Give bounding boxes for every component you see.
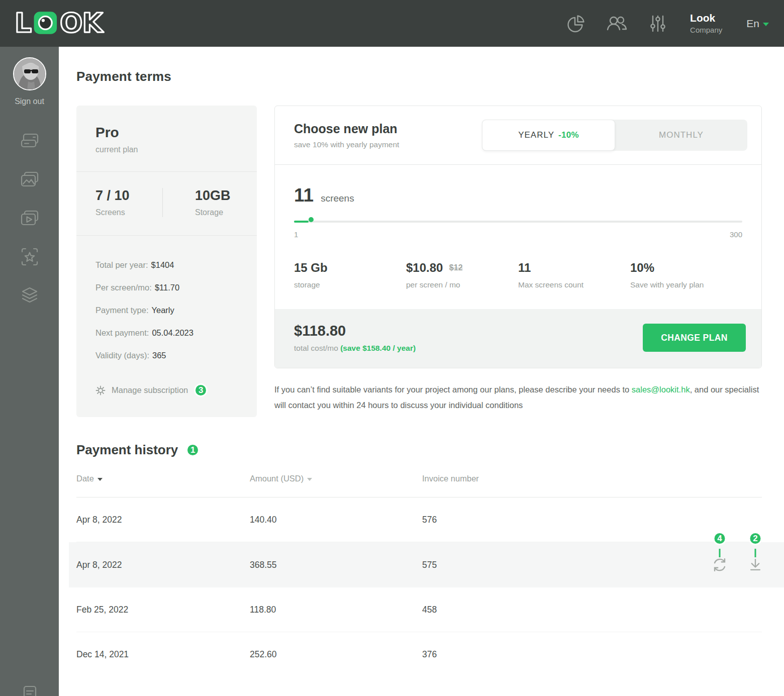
stat-yearly-save: 10% Save with yearly plan	[630, 261, 742, 290]
page-title: Payment terms	[76, 69, 762, 84]
annotation-line	[755, 549, 756, 557]
cell-invoice: 575	[422, 560, 437, 570]
svg-text:O: O	[60, 10, 82, 36]
plan-detail-row: Per screen/mo:$11.70	[95, 276, 238, 299]
detail-value: 05.04.2023	[152, 328, 193, 337]
chevron-down-icon	[763, 23, 769, 26]
stat-value: 15 Gb	[294, 261, 328, 274]
tab-yearly-discount: -10%	[558, 130, 579, 140]
look-logo-icon: L O K	[14, 10, 105, 36]
tab-yearly[interactable]: YEARLY -10%	[482, 120, 615, 151]
stat-value: 11	[518, 261, 531, 274]
slider-fill	[294, 221, 309, 223]
screens-usage-label: Screens	[95, 208, 162, 217]
table-row[interactable]: Dec 14, 2021 252.60 376	[76, 632, 762, 677]
slider-track[interactable]	[294, 221, 742, 223]
annotation-badge-3: 3	[194, 383, 208, 397]
sidebar-item-gallery[interactable]	[18, 168, 41, 191]
billing-period-tabs: YEARLY -10% MONTHLY	[482, 120, 747, 151]
sort-desc-icon	[97, 478, 103, 481]
tab-monthly[interactable]: MONTHLY	[615, 120, 747, 151]
cell-amount: 368.55	[250, 560, 422, 570]
note-text: If you can’t find suitable variants for …	[274, 385, 632, 394]
stat-label: Max screens count	[518, 279, 594, 290]
cell-amount: 140.40	[250, 515, 422, 525]
plan-detail-row: Total per year:$1404	[95, 254, 238, 276]
payment-history-title: Payment history	[76, 442, 178, 458]
storage-value: 10GB	[195, 188, 231, 204]
sidebar-item-playlists[interactable]	[18, 207, 41, 230]
detail-value: $11.70	[155, 283, 179, 292]
manage-subscription-label: Manage subscription	[112, 385, 188, 395]
team-icon[interactable]	[606, 13, 628, 35]
renew-invoice-action[interactable]: 4	[710, 555, 729, 574]
language-selector[interactable]: En	[746, 18, 769, 30]
storage-label: Storage	[195, 208, 231, 217]
download-invoice-action[interactable]: 2	[746, 555, 765, 574]
payment-history-table: Date Amount (USD) Invoice number Apr 8, …	[76, 474, 762, 677]
screens-count-label: screens	[321, 193, 354, 204]
stat-value: $10.80	[406, 261, 443, 274]
detail-value: Yearly	[151, 306, 174, 315]
sidebar-item-documents[interactable]	[18, 685, 41, 696]
stat-value: 10%	[630, 261, 654, 274]
table-header-row: Date Amount (USD) Invoice number	[76, 474, 762, 498]
change-plan-button[interactable]: CHANGE PLAN	[643, 324, 746, 352]
column-header-invoice: Invoice number	[422, 474, 762, 483]
screens-slider[interactable]	[294, 217, 742, 226]
choose-plan-subtitle: save 10% with yearly payment	[294, 140, 399, 149]
detail-label: Next payment:	[95, 328, 149, 337]
table-row-selected[interactable]: Apr 8, 2022 368.55 575 4 2	[69, 542, 784, 587]
plan-name-sub: current plan	[95, 145, 238, 154]
stat-per-screen: $10.80 $12 per screen / mo	[406, 261, 518, 290]
plan-detail-row: Validity (days):365	[95, 344, 238, 367]
screens-usage-value: 7 / 10	[95, 188, 162, 204]
app-logo[interactable]: L O K	[14, 10, 105, 38]
account-switcher[interactable]: Look Company	[690, 12, 722, 35]
download-icon	[747, 556, 764, 573]
tab-monthly-label: MONTHLY	[659, 130, 704, 140]
sidebar-item-featured[interactable]	[18, 245, 41, 268]
sign-out-link[interactable]: Sign out	[15, 97, 44, 106]
detail-value: $1404	[151, 260, 174, 269]
column-header-amount[interactable]: Amount (USD)	[250, 474, 422, 483]
stat-label: per screen / mo	[406, 279, 481, 290]
plan-name: Pro	[95, 125, 238, 141]
sidebar: Sign out	[0, 47, 59, 696]
cell-amount: 252.60	[250, 649, 422, 660]
column-header-date[interactable]: Date	[76, 474, 250, 483]
stat-max-screens: 11 Max screens count	[518, 261, 630, 290]
detail-label: Payment type:	[95, 306, 148, 315]
stat-storage: 15 Gb storage	[294, 261, 406, 290]
current-plan-card: Pro current plan 7 / 10 Screens 10GB Sto…	[76, 106, 257, 417]
gear-icon	[95, 385, 106, 395]
cell-invoice: 576	[422, 515, 762, 525]
svg-text:L: L	[15, 10, 32, 36]
sliders-icon[interactable]	[647, 13, 669, 35]
stat-label: Save with yearly plan	[630, 279, 706, 290]
column-header-label: Date	[76, 474, 94, 483]
screens-count-value: 11	[294, 185, 314, 206]
manage-subscription-link[interactable]: Manage subscription 3	[95, 383, 238, 397]
annotation-badge-2: 2	[749, 532, 762, 545]
column-header-label: Invoice number	[422, 474, 479, 483]
total-cost-label: total cost/mo	[294, 344, 338, 352]
choose-plan-title: Choose new plan	[294, 122, 399, 136]
svg-text:K: K	[82, 10, 104, 36]
cell-date: Apr 8, 2022	[76, 515, 250, 525]
main-content: Payment terms Pro current plan 7 / 10 Sc…	[59, 47, 784, 696]
avatar[interactable]	[13, 57, 46, 90]
cell-date: Dec 14, 2021	[76, 649, 250, 660]
plan-detail-row: Payment type:Yearly	[95, 299, 238, 322]
total-savings: (save $158.40 / year)	[340, 344, 416, 352]
pie-chart-icon[interactable]	[564, 13, 586, 35]
sales-email-link[interactable]: sales@lookit.hk	[632, 385, 690, 394]
sidebar-item-screens[interactable]	[18, 129, 41, 152]
table-row[interactable]: Feb 25, 2022 118.80 458	[76, 587, 762, 632]
table-row[interactable]: Apr 8, 2022 140.40 576	[76, 498, 762, 542]
tab-yearly-label: YEARLY	[518, 130, 554, 140]
refresh-icon	[711, 556, 729, 574]
annotation-badge-4: 4	[713, 532, 727, 545]
sidebar-item-layers[interactable]	[18, 284, 41, 307]
total-cost-value: $118.80	[294, 323, 416, 339]
